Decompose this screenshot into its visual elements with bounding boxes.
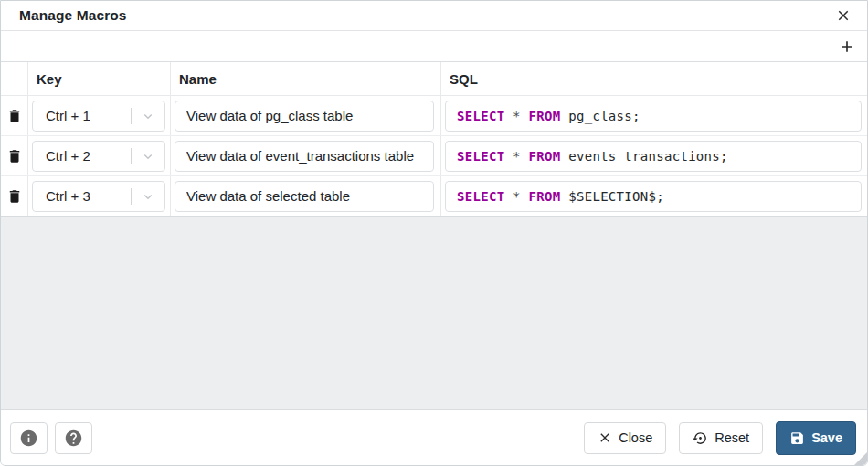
cell-key: Ctrl + 2 [28,136,171,175]
name-column-header: Name [179,71,217,87]
info-icon [19,429,38,448]
sql-operator: * [504,149,528,164]
cell-sql: SELECT * FROM events_transactions; [441,136,867,175]
sql-keyword: SELECT [457,189,504,204]
cell-key: Ctrl + 3 [28,176,171,216]
cell-name [171,176,441,216]
footer-action-buttons: Close Reset Save [584,421,858,455]
sql-editor[interactable]: SELECT * FROM pg_class; [445,101,862,132]
sql-keyword: SELECT [457,149,504,164]
manage-macros-dialog: Manage Macros Key Name SQL [0,0,868,466]
grid-body: Ctrl + 1 SELECT * FROM pg_class; [1,96,867,217]
sql-identifier: $SELECTION$; [560,189,663,204]
sql-identifier: pg_class; [560,109,640,123]
sql-editor[interactable]: SELECT * FROM $SELECTION$; [445,181,862,212]
delete-row-button[interactable] [4,103,26,129]
dialog-title: Manage Macros [19,7,127,24]
macro-name-input[interactable] [175,141,434,172]
delete-row-button[interactable] [4,184,26,209]
select-separator [131,108,132,124]
plus-icon [838,37,856,56]
key-select-value: Ctrl + 2 [33,148,90,164]
cell-sql: SELECT * FROM $SELECTION$; [441,176,867,216]
header-cell-sql: SQL [441,62,867,95]
close-icon [835,7,852,24]
sql-editor[interactable]: SELECT * FROM events_transactions; [445,141,862,172]
sql-identifier: events_transactions; [560,149,727,164]
trash-icon [6,108,23,124]
macro-name-input[interactable] [175,101,434,132]
help-icon [64,429,83,448]
macro-row: Ctrl + 2 SELECT * FROM events_transactio… [1,136,867,176]
select-separator [131,188,132,205]
sql-column-header: SQL [450,71,478,87]
reset-button[interactable]: Reset [679,422,763,454]
sql-operator: * [504,109,528,123]
key-select[interactable]: Ctrl + 1 [32,101,165,132]
delete-row-button[interactable] [4,143,26,169]
grid-header-row: Key Name SQL [1,62,867,96]
header-cell-delete [1,62,28,95]
header-cell-key: Key [28,62,171,95]
trash-icon [6,188,23,205]
macros-toolbar [1,31,867,62]
macro-name-input[interactable] [175,181,434,212]
sql-operator: * [504,189,528,204]
sql-keyword: FROM [529,109,561,123]
close-button[interactable]: Close [584,422,666,454]
cell-key: Ctrl + 1 [28,96,171,135]
chevron-down-icon [140,108,156,124]
header-cell-name: Name [171,62,441,95]
add-macro-button[interactable] [834,34,860,59]
reset-button-label: Reset [715,430,749,445]
trash-icon [6,148,23,164]
cell-delete [1,136,28,175]
key-select-value: Ctrl + 3 [33,188,90,204]
key-select[interactable]: Ctrl + 3 [32,181,165,212]
dialog-titlebar: Manage Macros [1,1,867,31]
chevron-down-icon [140,188,156,205]
save-button[interactable]: Save [776,421,856,455]
close-button-label: Close [619,430,652,445]
key-column-header: Key [37,71,62,87]
dialog-close-button[interactable] [831,3,856,28]
select-separator [131,148,132,164]
macro-row: Ctrl + 1 SELECT * FROM pg_class; [1,96,867,136]
cell-sql: SELECT * FROM pg_class; [441,96,867,135]
macro-row: Ctrl + 3 SELECT * FROM $SELECTION$; [1,176,867,217]
cell-name [171,136,441,175]
save-icon [789,430,805,446]
dialog-body-filler [1,217,867,409]
macros-grid: Key Name SQL [1,62,867,217]
sql-help-button[interactable] [10,422,48,454]
cell-name [171,96,441,135]
close-icon [598,430,612,445]
sql-keyword: SELECT [457,109,504,123]
dialog-footer: Close Reset Save [1,409,867,465]
sql-keyword: FROM [529,149,561,164]
key-select[interactable]: Ctrl + 2 [32,141,165,172]
dialog-help-button[interactable] [55,422,92,454]
key-select-value: Ctrl + 1 [33,108,90,123]
reset-icon [693,430,708,446]
sql-keyword: FROM [529,189,561,204]
resize-grip[interactable] [854,452,867,465]
cell-delete [1,96,28,135]
save-button-label: Save [811,430,842,445]
cell-delete [1,176,28,216]
chevron-down-icon [140,148,156,164]
